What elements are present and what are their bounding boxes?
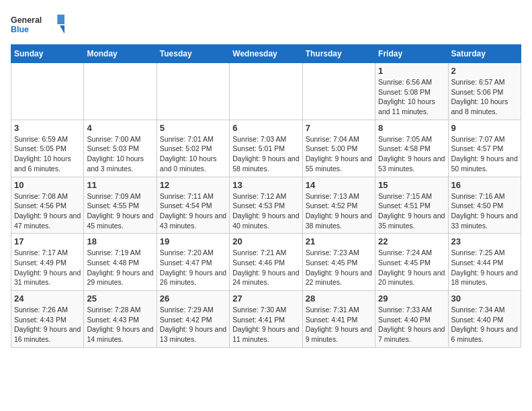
day-info: Sunrise: 6:57 AMSunset: 5:06 PMDaylight:… [451,77,518,117]
day-info: Sunrise: 7:30 AMSunset: 4:41 PMDaylight:… [232,305,299,345]
day-info: Sunrise: 7:04 AMSunset: 5:00 PMDaylight:… [306,134,372,174]
day-number: 11 [87,180,153,190]
header-cell-monday: Monday [84,45,157,63]
day-number: 2 [451,66,518,76]
calendar-header: SundayMondayTuesdayWednesdayThursdayFrid… [11,45,521,63]
svg-marker-3 [60,26,64,34]
day-number: 21 [306,236,372,246]
calendar-cell: 12Sunrise: 7:11 AMSunset: 4:54 PMDayligh… [157,177,229,234]
day-info: Sunrise: 6:59 AMSunset: 5:05 PMDaylight:… [14,134,81,174]
day-info: Sunrise: 7:19 AMSunset: 4:48 PMDaylight:… [87,248,153,287]
calendar-cell: 11Sunrise: 7:09 AMSunset: 4:55 PMDayligh… [84,177,157,234]
svg-text:Blue: Blue [11,25,29,34]
day-number: 14 [306,180,372,190]
day-info: Sunrise: 7:26 AMSunset: 4:43 PMDaylight:… [14,305,81,345]
day-info: Sunrise: 7:11 AMSunset: 4:54 PMDaylight:… [160,191,226,231]
svg-marker-2 [57,15,64,24]
day-info: Sunrise: 7:29 AMSunset: 4:42 PMDaylight:… [160,305,226,345]
calendar-cell: 29Sunrise: 7:33 AMSunset: 4:40 PMDayligh… [375,291,448,348]
day-number: 3 [14,123,81,133]
day-number: 22 [378,236,445,246]
day-info: Sunrise: 7:21 AMSunset: 4:46 PMDaylight:… [232,248,299,287]
calendar-cell: 18Sunrise: 7:19 AMSunset: 4:48 PMDayligh… [84,234,157,291]
calendar-cell [84,63,157,120]
calendar-cell: 8Sunrise: 7:05 AMSunset: 4:58 PMDaylight… [375,120,448,177]
day-number: 8 [378,123,445,133]
svg-text:General: General [11,15,42,25]
day-number: 28 [306,293,372,304]
day-number: 6 [232,123,299,133]
day-number: 15 [378,180,445,190]
header-row: SundayMondayTuesdayWednesdayThursdayFrid… [11,45,521,63]
calendar-cell: 3Sunrise: 6:59 AMSunset: 5:05 PMDaylight… [11,120,84,177]
day-number: 20 [232,236,299,246]
week-row-3: 10Sunrise: 7:08 AMSunset: 4:56 PMDayligh… [11,177,521,234]
day-info: Sunrise: 7:01 AMSunset: 5:02 PMDaylight:… [160,134,226,174]
day-number: 17 [14,236,81,246]
week-row-5: 24Sunrise: 7:26 AMSunset: 4:43 PMDayligh… [11,291,521,348]
day-info: Sunrise: 7:28 AMSunset: 4:43 PMDaylight:… [87,305,153,345]
calendar-cell: 16Sunrise: 7:16 AMSunset: 4:50 PMDayligh… [448,177,521,234]
day-number: 29 [378,293,445,304]
day-info: Sunrise: 7:34 AMSunset: 4:40 PMDaylight:… [451,305,518,345]
day-number: 19 [160,236,226,246]
calendar-cell [302,63,375,120]
day-number: 25 [87,293,153,304]
header-cell-thursday: Thursday [302,45,375,63]
calendar-cell: 21Sunrise: 7:23 AMSunset: 4:45 PMDayligh… [302,234,375,291]
day-info: Sunrise: 7:24 AMSunset: 4:45 PMDaylight:… [378,248,445,287]
day-info: Sunrise: 6:56 AMSunset: 5:08 PMDaylight:… [378,77,445,117]
calendar-cell: 13Sunrise: 7:12 AMSunset: 4:53 PMDayligh… [230,177,302,234]
calendar-cell: 15Sunrise: 7:15 AMSunset: 4:51 PMDayligh… [375,177,448,234]
day-info: Sunrise: 7:16 AMSunset: 4:50 PMDaylight:… [451,191,518,231]
header-cell-wednesday: Wednesday [230,45,302,63]
day-number: 7 [306,123,372,133]
day-number: 1 [378,66,445,76]
day-info: Sunrise: 7:33 AMSunset: 4:40 PMDaylight:… [378,305,445,345]
logo: General Blue [11,11,64,38]
header: General Blue [11,11,521,38]
calendar-cell [230,63,302,120]
calendar-cell: 2Sunrise: 6:57 AMSunset: 5:06 PMDaylight… [448,63,521,120]
day-number: 10 [14,180,81,190]
day-info: Sunrise: 7:15 AMSunset: 4:51 PMDaylight:… [378,191,445,231]
day-number: 9 [451,123,518,133]
day-number: 16 [451,180,518,190]
calendar-body: 1Sunrise: 6:56 AMSunset: 5:08 PMDaylight… [11,63,521,348]
calendar-cell: 4Sunrise: 7:00 AMSunset: 5:03 PMDaylight… [84,120,157,177]
day-number: 26 [160,293,226,304]
calendar-table: SundayMondayTuesdayWednesdayThursdayFrid… [11,44,521,348]
day-number: 23 [451,236,518,246]
day-number: 24 [14,293,81,304]
calendar-cell: 24Sunrise: 7:26 AMSunset: 4:43 PMDayligh… [11,291,84,348]
day-info: Sunrise: 7:00 AMSunset: 5:03 PMDaylight:… [87,134,153,174]
day-info: Sunrise: 7:12 AMSunset: 4:53 PMDaylight:… [232,191,299,231]
calendar-cell: 25Sunrise: 7:28 AMSunset: 4:43 PMDayligh… [84,291,157,348]
day-info: Sunrise: 7:08 AMSunset: 4:56 PMDaylight:… [14,191,81,231]
calendar-cell: 26Sunrise: 7:29 AMSunset: 4:42 PMDayligh… [157,291,229,348]
week-row-2: 3Sunrise: 6:59 AMSunset: 5:05 PMDaylight… [11,120,521,177]
day-info: Sunrise: 7:31 AMSunset: 4:41 PMDaylight:… [306,305,372,345]
day-info: Sunrise: 7:25 AMSunset: 4:44 PMDaylight:… [451,248,518,287]
day-number: 5 [160,123,226,133]
calendar-cell: 23Sunrise: 7:25 AMSunset: 4:44 PMDayligh… [448,234,521,291]
day-number: 27 [232,293,299,304]
calendar-cell: 6Sunrise: 7:03 AMSunset: 5:01 PMDaylight… [230,120,302,177]
day-number: 18 [87,236,153,246]
calendar-cell: 22Sunrise: 7:24 AMSunset: 4:45 PMDayligh… [375,234,448,291]
calendar-cell: 5Sunrise: 7:01 AMSunset: 5:02 PMDaylight… [157,120,229,177]
day-number: 12 [160,180,226,190]
header-cell-tuesday: Tuesday [157,45,229,63]
day-number: 13 [232,180,299,190]
calendar-cell: 17Sunrise: 7:17 AMSunset: 4:49 PMDayligh… [11,234,84,291]
day-info: Sunrise: 7:20 AMSunset: 4:47 PMDaylight:… [160,248,226,287]
calendar-cell: 9Sunrise: 7:07 AMSunset: 4:57 PMDaylight… [448,120,521,177]
day-number: 4 [87,123,153,133]
header-cell-friday: Friday [375,45,448,63]
calendar-cell: 10Sunrise: 7:08 AMSunset: 4:56 PMDayligh… [11,177,84,234]
calendar-cell: 27Sunrise: 7:30 AMSunset: 4:41 PMDayligh… [230,291,302,348]
header-cell-saturday: Saturday [448,45,521,63]
calendar-cell [11,63,84,120]
header-cell-sunday: Sunday [11,45,84,63]
calendar-cell: 20Sunrise: 7:21 AMSunset: 4:46 PMDayligh… [230,234,302,291]
